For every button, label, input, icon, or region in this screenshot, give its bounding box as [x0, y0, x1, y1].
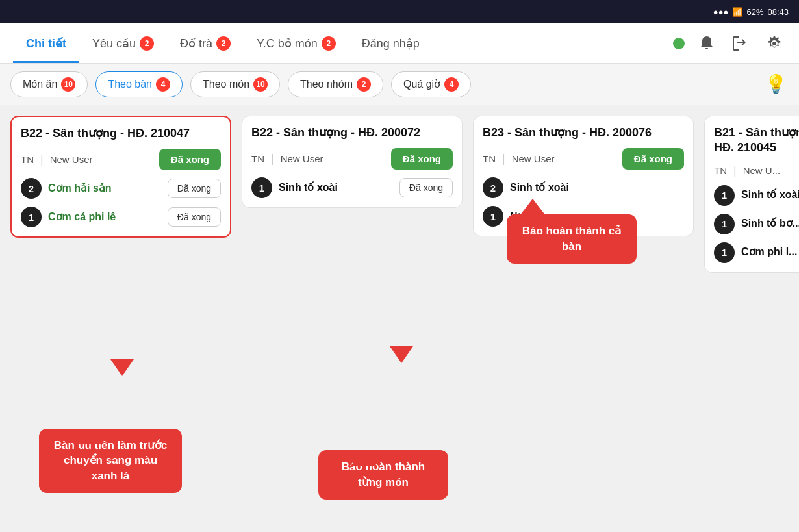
- table-card-4: B21 - Sân thượng - HĐ. 210045 TN | New U…: [704, 116, 799, 273]
- logout-icon-btn[interactable]: [729, 32, 752, 55]
- filter-theo-ban-label: Theo bàn: [108, 79, 152, 90]
- card-4-item-1-name: Sinh tố xoài: [741, 188, 799, 202]
- settings-icon-btn[interactable]: [763, 32, 786, 55]
- tooltip-arrow-up-3: [520, 199, 546, 216]
- status-bar: ●●● 📶 62% 08:43: [0, 0, 799, 23]
- card-1-tn: TN: [21, 154, 34, 165]
- nav-tab-dang-nhap[interactable]: Đăng nhập: [349, 31, 433, 56]
- nav-bar: Chi tiết Yêu cầu 2 Đổ trà 2 Y.C bỏ món 2…: [0, 23, 799, 64]
- filter-theo-nhom-badge: 2: [357, 77, 371, 92]
- card-1-item-2: 1 Cơm cá phi lê Đã xong: [21, 207, 221, 227]
- card-1-da-xong-btn[interactable]: Đã xong: [159, 149, 221, 170]
- card-4-item-2-qty: 1: [714, 214, 735, 234]
- card-2-header: TN | New User Đã xong: [251, 148, 453, 170]
- card-2-title: B22 - Sân thượng - HĐ. 200072: [251, 125, 453, 140]
- nav-tab-chi-tiet[interactable]: Chi tiết: [13, 31, 79, 56]
- nav-tab-chi-tiet-label: Chi tiết: [26, 36, 66, 51]
- card-4-user: New U...: [743, 165, 799, 176]
- tooltip-complete-item-text: Báo hoàn thành từng món: [318, 450, 448, 500]
- filter-theo-nhom-label: Theo nhóm: [300, 79, 353, 90]
- filter-theo-nhom[interactable]: Theo nhóm 2: [288, 71, 383, 97]
- battery-label: 62%: [746, 7, 763, 17]
- card-1-user: New User: [50, 154, 153, 165]
- card-2-tn: TN: [251, 153, 264, 164]
- status-green-dot: [673, 38, 685, 49]
- card-4-header: TN | New U...: [714, 164, 799, 177]
- tooltip-arrow-up-1: [78, 429, 104, 444]
- nav-tab-do-tra-label: Đổ trà: [180, 36, 212, 51]
- nav-tab-do-tra[interactable]: Đổ trà 2: [167, 31, 244, 56]
- card-3-title: B23 - Sân thượng - HĐ. 200076: [483, 125, 684, 140]
- card-1-item-2-qty: 1: [21, 207, 42, 227]
- filter-qua-gio-badge: 4: [444, 77, 459, 92]
- time-label: 08:43: [767, 7, 789, 17]
- wifi-icon: ●●●: [713, 7, 729, 17]
- card-3-user: New User: [512, 153, 616, 164]
- nav-badge-yeu-cau: 2: [140, 36, 154, 51]
- table-card-1: B22 - Sân thượng - HĐ. 210047 TN | New U…: [10, 116, 231, 238]
- filter-bar: Món ăn 10 Theo bàn 4 Theo món 10 Theo nh…: [0, 64, 799, 105]
- filter-qua-gio-label: Quá giờ: [403, 78, 440, 90]
- card-4-item-1-qty: 1: [714, 185, 735, 206]
- card-3-item-2-qty: 1: [483, 206, 503, 227]
- card-1-item-1-done-btn[interactable]: Đã xong: [168, 179, 221, 198]
- filter-mon-an-label: Món ăn: [23, 79, 57, 90]
- card-3-da-xong-btn[interactable]: Đã xong: [622, 148, 684, 170]
- card-4-item-2-name: Sinh tố bơ...: [741, 217, 799, 231]
- card-3-item-1: 2 Sinh tố xoài Đã xong: [483, 177, 684, 198]
- card-3-item-1-qty: 2: [483, 177, 503, 198]
- logout-icon: [731, 34, 750, 53]
- lightbulb-icon[interactable]: 💡: [763, 71, 789, 97]
- card-3-tn: TN: [483, 153, 496, 164]
- nav-badge-yc-bo-mon: 2: [322, 36, 336, 51]
- tooltip-complete-table: Báo hoàn thành cả bàn: [507, 214, 637, 264]
- filter-theo-ban-badge: 4: [156, 77, 170, 92]
- filter-mon-an-badge: 10: [61, 77, 75, 92]
- card-1-item-2-done-btn[interactable]: Đã xong: [168, 207, 221, 227]
- nav-tab-yeu-cau[interactable]: Yêu cầu 2: [79, 31, 167, 56]
- card-1-item-1-name: Cơm hải sản: [48, 182, 161, 196]
- table-card-2: B22 - Sân thượng - HĐ. 200072 TN | New U…: [242, 116, 463, 208]
- filter-qua-gio[interactable]: Quá giờ 4: [391, 71, 471, 97]
- card-4-item-1: 1 Sinh tố xoài: [714, 185, 799, 206]
- nav-tab-yc-bo-mon[interactable]: Y.C bỏ món 2: [244, 31, 349, 56]
- filter-mon-an[interactable]: Món ăn 10: [10, 71, 88, 97]
- card-3-header: TN | New User Đã xong: [483, 148, 684, 170]
- card-2-da-xong-btn[interactable]: Đã xong: [391, 148, 453, 170]
- filter-theo-mon-label: Theo món: [203, 79, 249, 90]
- nav-tab-dang-nhap-label: Đăng nhập: [362, 36, 420, 51]
- card-1-title: B22 - Sân thượng - HĐ. 210047: [21, 126, 221, 141]
- bell-icon-btn[interactable]: [695, 32, 718, 55]
- tooltip-arrow-down-2: [390, 346, 413, 363]
- card-4-item-3-name: Cơm phi l...: [741, 246, 799, 259]
- card-4-item-3: 1 Cơm phi l...: [714, 242, 799, 263]
- card-4-tn: TN: [714, 165, 727, 176]
- tooltip-arrow-down-1: [110, 359, 134, 376]
- nav-badge-do-tra: 2: [216, 36, 231, 51]
- card-1-item-2-name: Cơm cá phi lê: [48, 210, 161, 224]
- filter-theo-ban[interactable]: Theo bàn 4: [95, 71, 183, 97]
- status-icons: ●●● 📶 62% 08:43: [713, 7, 789, 17]
- card-4-item-3-qty: 1: [714, 242, 735, 263]
- card-3-item-1-name: Sinh tố xoài: [510, 181, 624, 195]
- tooltip-priority-table: Bàn ưu tiên làm trước chuyển sang màu xa…: [39, 414, 182, 493]
- nav-tab-yc-bo-mon-label: Y.C bỏ món: [257, 36, 318, 51]
- nav-tab-yeu-cau-label: Yêu cầu: [92, 36, 136, 51]
- card-2-item-1-qty: 1: [251, 177, 272, 198]
- card-2-item-1-done-btn[interactable]: Đã xong: [399, 178, 453, 197]
- tooltip-arrow-up-2: [351, 450, 377, 466]
- card-4-title: B21 - Sân thượng - HĐ. 210045: [714, 125, 799, 156]
- card-2-user: New User: [281, 153, 385, 164]
- bell-icon: [698, 34, 716, 53]
- signal-icon: 📶: [732, 7, 742, 17]
- tooltip-priority-text: Bàn ưu tiên làm trước chuyển sang màu xa…: [39, 429, 182, 493]
- filter-theo-mon-badge: 10: [253, 77, 268, 92]
- tooltip-complete-table-text: Báo hoàn thành cả bàn: [507, 214, 637, 264]
- card-2-item-1: 1 Sinh tố xoài Đã xong: [251, 177, 453, 198]
- tooltip-complete-item: Báo hoàn thành từng món: [318, 436, 448, 500]
- filter-theo-mon[interactable]: Theo món 10: [190, 71, 280, 97]
- settings-icon: [765, 34, 783, 53]
- card-1-item-1: 2 Cơm hải sản Đã xong: [21, 178, 221, 199]
- card-4-item-2: 1 Sinh tố bơ...: [714, 214, 799, 234]
- nav-actions: [673, 32, 786, 55]
